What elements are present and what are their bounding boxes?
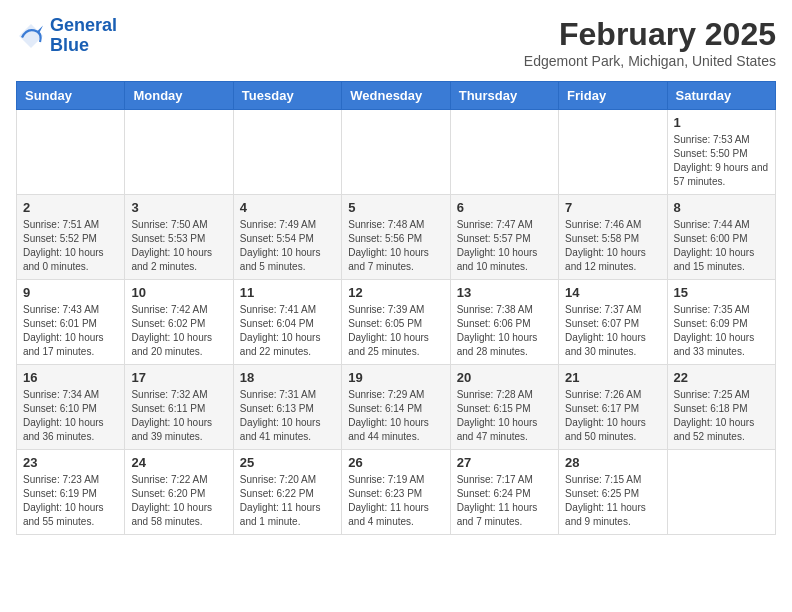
location: Edgemont Park, Michigan, United States: [524, 53, 776, 69]
day-info: Sunrise: 7:25 AM Sunset: 6:18 PM Dayligh…: [674, 388, 769, 444]
calendar-week-row: 23Sunrise: 7:23 AM Sunset: 6:19 PM Dayli…: [17, 450, 776, 535]
day-number: 28: [565, 455, 660, 470]
calendar-cell: 19Sunrise: 7:29 AM Sunset: 6:14 PM Dayli…: [342, 365, 450, 450]
day-info: Sunrise: 7:19 AM Sunset: 6:23 PM Dayligh…: [348, 473, 443, 529]
weekday-header-sunday: Sunday: [17, 82, 125, 110]
logo-text: General Blue: [50, 16, 117, 56]
calendar-cell: 23Sunrise: 7:23 AM Sunset: 6:19 PM Dayli…: [17, 450, 125, 535]
month-title: February 2025: [524, 16, 776, 53]
day-info: Sunrise: 7:31 AM Sunset: 6:13 PM Dayligh…: [240, 388, 335, 444]
calendar-cell: 21Sunrise: 7:26 AM Sunset: 6:17 PM Dayli…: [559, 365, 667, 450]
calendar-cell: 7Sunrise: 7:46 AM Sunset: 5:58 PM Daylig…: [559, 195, 667, 280]
title-block: February 2025 Edgemont Park, Michigan, U…: [524, 16, 776, 69]
day-number: 5: [348, 200, 443, 215]
day-info: Sunrise: 7:44 AM Sunset: 6:00 PM Dayligh…: [674, 218, 769, 274]
calendar-cell: 6Sunrise: 7:47 AM Sunset: 5:57 PM Daylig…: [450, 195, 558, 280]
day-number: 23: [23, 455, 118, 470]
calendar-cell: 22Sunrise: 7:25 AM Sunset: 6:18 PM Dayli…: [667, 365, 775, 450]
day-number: 10: [131, 285, 226, 300]
day-number: 12: [348, 285, 443, 300]
weekday-header-friday: Friday: [559, 82, 667, 110]
day-info: Sunrise: 7:51 AM Sunset: 5:52 PM Dayligh…: [23, 218, 118, 274]
calendar-cell: 3Sunrise: 7:50 AM Sunset: 5:53 PM Daylig…: [125, 195, 233, 280]
weekday-header-saturday: Saturday: [667, 82, 775, 110]
day-info: Sunrise: 7:37 AM Sunset: 6:07 PM Dayligh…: [565, 303, 660, 359]
calendar-cell: 15Sunrise: 7:35 AM Sunset: 6:09 PM Dayli…: [667, 280, 775, 365]
calendar-cell: 13Sunrise: 7:38 AM Sunset: 6:06 PM Dayli…: [450, 280, 558, 365]
day-number: 27: [457, 455, 552, 470]
day-number: 6: [457, 200, 552, 215]
day-info: Sunrise: 7:53 AM Sunset: 5:50 PM Dayligh…: [674, 133, 769, 189]
day-number: 4: [240, 200, 335, 215]
day-info: Sunrise: 7:22 AM Sunset: 6:20 PM Dayligh…: [131, 473, 226, 529]
calendar-week-row: 1Sunrise: 7:53 AM Sunset: 5:50 PM Daylig…: [17, 110, 776, 195]
day-number: 2: [23, 200, 118, 215]
day-number: 11: [240, 285, 335, 300]
day-number: 21: [565, 370, 660, 385]
day-info: Sunrise: 7:46 AM Sunset: 5:58 PM Dayligh…: [565, 218, 660, 274]
weekday-header-monday: Monday: [125, 82, 233, 110]
day-number: 25: [240, 455, 335, 470]
weekday-header-wednesday: Wednesday: [342, 82, 450, 110]
calendar-cell: [667, 450, 775, 535]
calendar-header-row: SundayMondayTuesdayWednesdayThursdayFrid…: [17, 82, 776, 110]
day-info: Sunrise: 7:38 AM Sunset: 6:06 PM Dayligh…: [457, 303, 552, 359]
calendar-cell: 14Sunrise: 7:37 AM Sunset: 6:07 PM Dayli…: [559, 280, 667, 365]
calendar-cell: 4Sunrise: 7:49 AM Sunset: 5:54 PM Daylig…: [233, 195, 341, 280]
day-info: Sunrise: 7:15 AM Sunset: 6:25 PM Dayligh…: [565, 473, 660, 529]
calendar-cell: 12Sunrise: 7:39 AM Sunset: 6:05 PM Dayli…: [342, 280, 450, 365]
calendar-cell: 11Sunrise: 7:41 AM Sunset: 6:04 PM Dayli…: [233, 280, 341, 365]
day-number: 26: [348, 455, 443, 470]
calendar-cell: 17Sunrise: 7:32 AM Sunset: 6:11 PM Dayli…: [125, 365, 233, 450]
day-number: 15: [674, 285, 769, 300]
calendar-cell: 9Sunrise: 7:43 AM Sunset: 6:01 PM Daylig…: [17, 280, 125, 365]
day-number: 13: [457, 285, 552, 300]
weekday-header-tuesday: Tuesday: [233, 82, 341, 110]
calendar-cell: 8Sunrise: 7:44 AM Sunset: 6:00 PM Daylig…: [667, 195, 775, 280]
day-info: Sunrise: 7:23 AM Sunset: 6:19 PM Dayligh…: [23, 473, 118, 529]
calendar-cell: 20Sunrise: 7:28 AM Sunset: 6:15 PM Dayli…: [450, 365, 558, 450]
page-header: General Blue February 2025 Edgemont Park…: [16, 16, 776, 69]
day-number: 3: [131, 200, 226, 215]
calendar-cell: [342, 110, 450, 195]
day-info: Sunrise: 7:39 AM Sunset: 6:05 PM Dayligh…: [348, 303, 443, 359]
logo-icon: [16, 21, 46, 51]
calendar-cell: 10Sunrise: 7:42 AM Sunset: 6:02 PM Dayli…: [125, 280, 233, 365]
weekday-header-thursday: Thursday: [450, 82, 558, 110]
logo: General Blue: [16, 16, 117, 56]
calendar-week-row: 2Sunrise: 7:51 AM Sunset: 5:52 PM Daylig…: [17, 195, 776, 280]
calendar-cell: 1Sunrise: 7:53 AM Sunset: 5:50 PM Daylig…: [667, 110, 775, 195]
calendar-cell: 24Sunrise: 7:22 AM Sunset: 6:20 PM Dayli…: [125, 450, 233, 535]
calendar-cell: 2Sunrise: 7:51 AM Sunset: 5:52 PM Daylig…: [17, 195, 125, 280]
day-info: Sunrise: 7:29 AM Sunset: 6:14 PM Dayligh…: [348, 388, 443, 444]
day-number: 16: [23, 370, 118, 385]
calendar-week-row: 16Sunrise: 7:34 AM Sunset: 6:10 PM Dayli…: [17, 365, 776, 450]
day-number: 17: [131, 370, 226, 385]
calendar-cell: [233, 110, 341, 195]
day-info: Sunrise: 7:41 AM Sunset: 6:04 PM Dayligh…: [240, 303, 335, 359]
day-info: Sunrise: 7:43 AM Sunset: 6:01 PM Dayligh…: [23, 303, 118, 359]
day-number: 18: [240, 370, 335, 385]
calendar-cell: [125, 110, 233, 195]
day-info: Sunrise: 7:42 AM Sunset: 6:02 PM Dayligh…: [131, 303, 226, 359]
day-number: 7: [565, 200, 660, 215]
day-info: Sunrise: 7:50 AM Sunset: 5:53 PM Dayligh…: [131, 218, 226, 274]
calendar-cell: [450, 110, 558, 195]
calendar-cell: 27Sunrise: 7:17 AM Sunset: 6:24 PM Dayli…: [450, 450, 558, 535]
calendar-cell: [559, 110, 667, 195]
day-number: 20: [457, 370, 552, 385]
day-number: 22: [674, 370, 769, 385]
day-info: Sunrise: 7:28 AM Sunset: 6:15 PM Dayligh…: [457, 388, 552, 444]
calendar-cell: 28Sunrise: 7:15 AM Sunset: 6:25 PM Dayli…: [559, 450, 667, 535]
day-info: Sunrise: 7:34 AM Sunset: 6:10 PM Dayligh…: [23, 388, 118, 444]
calendar-cell: 18Sunrise: 7:31 AM Sunset: 6:13 PM Dayli…: [233, 365, 341, 450]
day-info: Sunrise: 7:20 AM Sunset: 6:22 PM Dayligh…: [240, 473, 335, 529]
day-number: 9: [23, 285, 118, 300]
calendar-cell: 26Sunrise: 7:19 AM Sunset: 6:23 PM Dayli…: [342, 450, 450, 535]
day-number: 1: [674, 115, 769, 130]
calendar-cell: 16Sunrise: 7:34 AM Sunset: 6:10 PM Dayli…: [17, 365, 125, 450]
calendar-week-row: 9Sunrise: 7:43 AM Sunset: 6:01 PM Daylig…: [17, 280, 776, 365]
day-info: Sunrise: 7:35 AM Sunset: 6:09 PM Dayligh…: [674, 303, 769, 359]
calendar-cell: 25Sunrise: 7:20 AM Sunset: 6:22 PM Dayli…: [233, 450, 341, 535]
day-number: 24: [131, 455, 226, 470]
